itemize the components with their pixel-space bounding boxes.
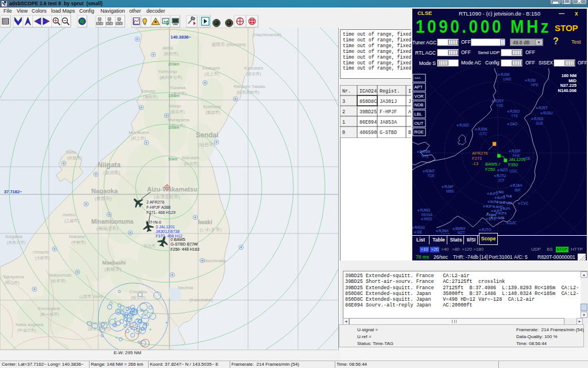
svg-text:(糸魚川市): (糸魚川市) bbox=[7, 240, 26, 245]
svg-text:RJNH: RJNH bbox=[439, 229, 448, 233]
svg-text:(上越市): (上越市) bbox=[64, 218, 79, 223]
svg-text:(新潟市): (新潟市) bbox=[103, 170, 121, 175]
svg-text:JA853A: JA853A bbox=[380, 120, 397, 125]
svg-text:RJTI: RJTI bbox=[503, 207, 510, 210]
svg-text:(仙台市): (仙台市) bbox=[198, 142, 215, 147]
svg-text:Sakata: Sakata bbox=[141, 89, 155, 94]
svg-text:DE: DE bbox=[525, 156, 531, 160]
svg-text:(酒田市): (酒田市) bbox=[143, 94, 158, 99]
svg-text:3 JAL1201: 3 JAL1201 bbox=[156, 225, 175, 229]
svg-text:Murakami: Murakami bbox=[129, 130, 149, 135]
svg-text:-13: -13 bbox=[472, 161, 478, 166]
svg-text:2 AFR276: 2 AFR276 bbox=[146, 200, 164, 204]
svg-text:(佐渡市): (佐渡市) bbox=[67, 155, 82, 160]
svg-text:F250 448 H163: F250 448 H163 bbox=[171, 247, 199, 251]
svg-text:GTC: GTC bbox=[479, 132, 488, 136]
svg-text:SIC: SIC bbox=[498, 190, 504, 194]
svg-text:Akita: Akita bbox=[163, 45, 173, 51]
svg-text:OUT: OUT bbox=[415, 121, 424, 126]
svg-text:Naka sugawa: Naka sugawa bbox=[16, 322, 44, 327]
svg-text:Kitakami: Kitakami bbox=[202, 66, 220, 71]
svg-text:(由利本荘市): (由利本荘市) bbox=[160, 75, 183, 80]
svg-text:Yuzawa: Yuzawa bbox=[169, 85, 186, 90]
svg-text:MBE: MBE bbox=[446, 189, 454, 193]
svg-text:0 BAW5: 0 BAW5 bbox=[171, 237, 185, 241]
svg-text:Nagaoka: Nagaoka bbox=[91, 187, 118, 194]
svg-text:140.3836~: 140.3836~ bbox=[171, 34, 191, 40]
svg-text:RJSK: RJSK bbox=[501, 72, 510, 76]
svg-text:IBR: IBR bbox=[514, 188, 521, 192]
svg-text:Takayama: Takayama bbox=[3, 274, 24, 279]
svg-text:Maebashi: Maebashi bbox=[102, 260, 126, 266]
svg-text:200km: 200km bbox=[168, 62, 180, 66]
svg-text:Minamiuonuma: Minamiuonuma bbox=[91, 218, 134, 225]
svg-text:Niigata: Niigata bbox=[98, 161, 121, 169]
svg-text:TOE: TOE bbox=[427, 174, 435, 178]
svg-text:F-HPJF: F-HPJF bbox=[380, 109, 397, 115]
svg-text:ICAO24: ICAO24 bbox=[359, 89, 377, 94]
svg-text:RJTU: RJTU bbox=[497, 174, 506, 178]
svg-text:(Kasukabe): (Kasukabe) bbox=[189, 297, 213, 302]
svg-text:JAL1201: JAL1201 bbox=[509, 157, 526, 162]
svg-text:(いわき市): (いわき市) bbox=[200, 227, 222, 232]
svg-text:RJSY: RJSY bbox=[494, 99, 504, 103]
svg-text:Shinjo: Shinjo bbox=[168, 103, 181, 109]
svg-text:Iwaki: Iwaki bbox=[198, 219, 212, 225]
svg-text:NTE: NTE bbox=[421, 154, 429, 158]
svg-text:VOR: VOR bbox=[415, 94, 424, 99]
svg-text:850D8C: 850D8C bbox=[359, 99, 377, 105]
svg-text:Joetsu: Joetsu bbox=[62, 212, 76, 217]
svg-text:ZAO: ZAO bbox=[510, 122, 517, 126]
svg-text:UWE: UWE bbox=[503, 77, 512, 81]
svg-text:REINA: REINA bbox=[421, 213, 433, 217]
svg-text:RJNG: RJNG bbox=[420, 208, 430, 212]
svg-text:(高山市): (高山市) bbox=[5, 280, 20, 285]
svg-text:(南魚沼市): (南魚沼市) bbox=[96, 226, 118, 231]
svg-text:RJTO: RJTO bbox=[482, 228, 491, 232]
svg-text:日光市: 日光市 bbox=[144, 243, 156, 248]
svg-text:3: 3 bbox=[342, 99, 345, 105]
svg-text:Regist.: Regist. bbox=[380, 89, 400, 94]
svg-text:KWS: KWS bbox=[489, 213, 496, 217]
svg-text:F250: F250 bbox=[485, 167, 495, 172]
svg-text:F271- 468 H129: F271- 468 H129 bbox=[146, 210, 176, 214]
svg-text:RJTT: RJTT bbox=[494, 209, 502, 213]
svg-text:NBE: NBE bbox=[506, 201, 513, 205]
svg-text:(富士吉田市): (富士吉田市) bbox=[88, 326, 111, 331]
svg-text:Sado: Sado bbox=[65, 150, 76, 155]
svg-text:50km: 50km bbox=[168, 157, 177, 161]
svg-text:(釜石市): (釜石市) bbox=[246, 71, 261, 76]
svg-text:N140.006: N140.006 bbox=[558, 88, 577, 93]
svg-text:DJC: DJC bbox=[509, 221, 517, 225]
svg-text:RJSO: RJSO bbox=[510, 109, 520, 113]
svg-text:(駒ヶ根市): (駒ヶ根市) bbox=[40, 312, 59, 317]
svg-text:IHT=N-0: IHT=N-0 bbox=[146, 220, 161, 224]
svg-text:39BD25: 39BD25 bbox=[359, 109, 377, 115]
svg-text:(秋田市): (秋田市) bbox=[164, 51, 179, 56]
svg-text:SHT: SHT bbox=[499, 201, 506, 204]
svg-text:(中津川市): (中津川市) bbox=[17, 328, 36, 333]
svg-text:APT: APT bbox=[415, 85, 423, 90]
svg-text:AFR276: AFR276 bbox=[472, 151, 488, 156]
svg-text:1: 1 bbox=[342, 120, 345, 125]
svg-text:(Hachimantai): (Hachimantai) bbox=[253, 32, 281, 37]
svg-text:Fujiyoshida: Fujiyoshida bbox=[86, 320, 110, 325]
svg-text:37.7162~: 37.7162~ bbox=[4, 189, 22, 194]
svg-text:86E094: 86E094 bbox=[359, 120, 377, 125]
svg-text:0: 0 bbox=[342, 130, 345, 136]
svg-text:F-HPJF A388: F-HPJF A388 bbox=[146, 205, 171, 209]
svg-text:Nr.: Nr. bbox=[342, 89, 351, 94]
svg-text:(秩父市): (秩父市) bbox=[131, 295, 146, 300]
svg-text:RJSU: RJSU bbox=[543, 111, 553, 115]
svg-text:JA301J: JA301J bbox=[380, 99, 397, 105]
svg-text:Machida: Machida bbox=[178, 286, 194, 290]
svg-text:Aizu-Wakamatsu: Aizu-Wakamatsu bbox=[147, 186, 198, 193]
svg-text:YTE: YTE bbox=[511, 114, 518, 118]
svg-text:Matsumoto: Matsumoto bbox=[49, 273, 72, 278]
svg-text:406590: 406590 bbox=[359, 130, 377, 136]
svg-text:(白石市): (白石市) bbox=[184, 161, 199, 166]
svg-text:Kurihara: Kurihara bbox=[203, 104, 221, 109]
svg-text:(松本市): (松本市) bbox=[51, 278, 66, 283]
svg-text:G-STBD: G-STBD bbox=[380, 130, 397, 136]
svg-text:RJAH: RJAH bbox=[513, 183, 523, 187]
